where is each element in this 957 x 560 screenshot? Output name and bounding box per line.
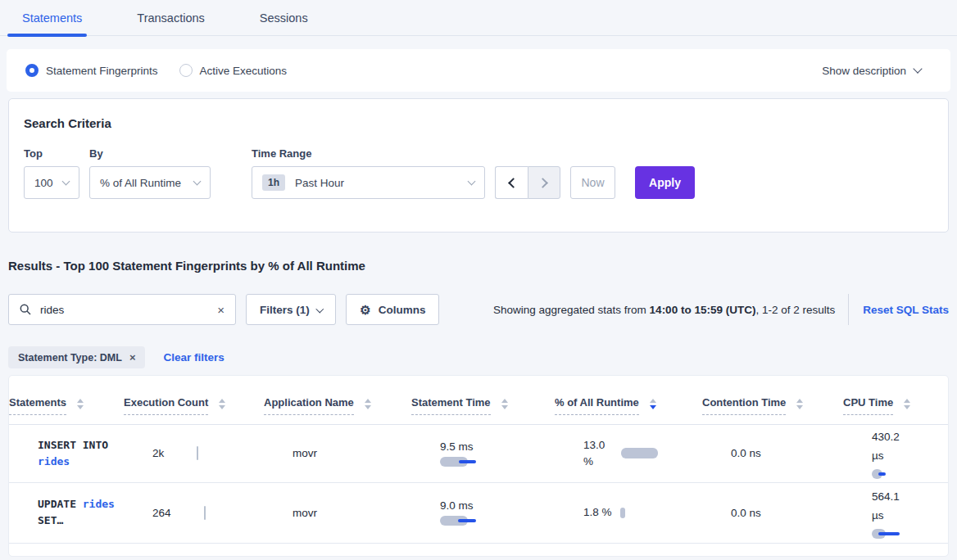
sort-icon bbox=[77, 399, 84, 409]
contention-time-cell: 0.0 ns bbox=[731, 507, 872, 519]
search-criteria-card: Search Criteria Top 100 By % of All Runt… bbox=[8, 98, 949, 233]
pct-runtime-bar bbox=[620, 508, 625, 518]
chevron-down-icon bbox=[468, 177, 476, 185]
application-name-cell: movr bbox=[293, 507, 440, 519]
statement-time-bar bbox=[440, 516, 583, 526]
radio-active-executions[interactable]: Active Executions bbox=[179, 64, 288, 77]
table-row: UPDATE rides SET… 264 movr 9.0 ms 1.8 % … bbox=[9, 483, 948, 544]
column-header-cpu-time[interactable]: CPU Time bbox=[843, 396, 948, 415]
sort-icon bbox=[501, 399, 508, 409]
by-field: By % of All Runtime bbox=[89, 147, 211, 199]
search-icon bbox=[20, 304, 31, 315]
table-header-row: Statements Execution Count Application N… bbox=[9, 376, 948, 425]
column-header-execution-count[interactable]: Execution Count bbox=[124, 396, 264, 415]
column-header-statements[interactable]: Statements bbox=[9, 396, 124, 415]
radio-selected-icon bbox=[25, 64, 39, 77]
columns-button[interactable]: ⚙ Columns bbox=[346, 294, 439, 325]
top-select[interactable]: 100 bbox=[24, 166, 79, 199]
clear-filters-link[interactable]: Clear filters bbox=[163, 351, 224, 364]
time-range-value: Past Hour bbox=[295, 177, 344, 189]
results-heading: Results - Top 100 Statement Fingerprints… bbox=[8, 259, 957, 273]
tab-statements-label: Statements bbox=[22, 11, 82, 25]
top-field: Top 100 bbox=[24, 147, 79, 199]
table-row: INSERT INTO rides 2k movr 9.5 ms 13.0 % … bbox=[9, 425, 948, 483]
column-header-contention-time[interactable]: Contention Time bbox=[702, 396, 843, 415]
statement-link[interactable]: rides bbox=[83, 498, 115, 510]
time-range-select[interactable]: 1h Past Hour bbox=[252, 166, 485, 199]
apply-button[interactable]: Apply bbox=[635, 166, 695, 199]
results-toolbar: × Filters (1) ⚙ Columns Showing aggregat… bbox=[8, 294, 949, 325]
statement-cell: UPDATE rides SET… bbox=[38, 496, 138, 529]
search-criteria-title: Search Criteria bbox=[24, 116, 933, 130]
execution-count-cell: 264 bbox=[152, 506, 293, 520]
column-header-application-name[interactable]: Application Name bbox=[264, 396, 411, 415]
cpu-time-bar bbox=[872, 469, 948, 479]
statement-time-cell: 9.5 ms bbox=[440, 440, 583, 467]
time-prev-button[interactable] bbox=[495, 166, 528, 199]
filter-pill: Statement Type: DML × bbox=[8, 346, 145, 368]
chevron-left-icon bbox=[508, 178, 519, 188]
chevron-right-icon bbox=[537, 178, 548, 188]
statement-link[interactable]: rides bbox=[38, 455, 70, 467]
show-description-toggle[interactable]: Show description bbox=[822, 65, 921, 77]
chevron-down-icon bbox=[913, 64, 922, 73]
top-select-value: 100 bbox=[34, 177, 53, 189]
radio-statement-fingerprints[interactable]: Statement Fingerprints bbox=[25, 64, 158, 77]
contention-time-cell: 0.0 ns bbox=[731, 447, 872, 459]
sort-icon bbox=[365, 399, 371, 409]
statement-time-cell: 9.0 ms bbox=[440, 499, 583, 526]
sort-icon bbox=[219, 399, 225, 409]
top-label: Top bbox=[24, 147, 79, 160]
show-description-label: Show description bbox=[822, 65, 906, 77]
search-criteria-form: Top 100 By % of All Runtime Time Range 1… bbox=[24, 147, 933, 199]
search-box: × bbox=[8, 294, 236, 325]
pct-runtime-bar bbox=[621, 448, 658, 458]
filters-button[interactable]: Filters (1) bbox=[246, 294, 336, 325]
columns-button-label: Columns bbox=[379, 304, 426, 316]
cpu-time-cell: 430.2 µs bbox=[872, 427, 948, 479]
tab-bar: Statements Transactions Sessions bbox=[0, 0, 957, 36]
time-range-badge: 1h bbox=[262, 174, 285, 191]
by-label: By bbox=[89, 147, 211, 160]
execution-count-cell: 2k bbox=[152, 446, 293, 460]
tab-transactions[interactable]: Transactions bbox=[137, 0, 204, 36]
tab-sessions-label: Sessions bbox=[260, 11, 308, 25]
pct-runtime-cell: 13.0 % bbox=[583, 437, 731, 470]
remove-filter-icon[interactable]: × bbox=[129, 352, 136, 363]
chevron-down-icon bbox=[193, 177, 202, 185]
search-input[interactable] bbox=[39, 303, 210, 317]
gear-icon: ⚙ bbox=[360, 304, 370, 316]
tab-sessions[interactable]: Sessions bbox=[260, 0, 308, 36]
sort-icon bbox=[904, 399, 910, 409]
tab-statements[interactable]: Statements bbox=[22, 0, 82, 36]
radio-unselected-icon bbox=[179, 64, 193, 77]
by-select-value: % of All Runtime bbox=[100, 177, 181, 189]
by-select[interactable]: % of All Runtime bbox=[89, 166, 211, 199]
pct-runtime-cell: 1.8 % bbox=[583, 504, 731, 521]
execution-count-bar bbox=[204, 506, 206, 520]
statement-cell: INSERT INTO rides bbox=[38, 437, 138, 470]
filter-pill-row: Statement Type: DML × Clear filters bbox=[8, 346, 949, 368]
radio-statement-fingerprints-label: Statement Fingerprints bbox=[46, 65, 158, 77]
radio-active-executions-label: Active Executions bbox=[200, 65, 288, 77]
time-next-button bbox=[528, 166, 560, 199]
time-range-label: Time Range bbox=[252, 147, 485, 160]
filters-button-label: Filters (1) bbox=[260, 304, 310, 316]
chevron-down-icon bbox=[62, 177, 70, 185]
column-header-pct-runtime[interactable]: % of All Runtime bbox=[555, 396, 702, 415]
execution-count-bar bbox=[197, 446, 198, 460]
tab-transactions-label: Transactions bbox=[137, 11, 204, 25]
sort-icon bbox=[650, 399, 656, 409]
clear-search-icon[interactable]: × bbox=[217, 304, 225, 316]
view-mode-bar: Statement Fingerprints Active Executions… bbox=[7, 49, 950, 92]
showing-stats-text: Showing aggregated stats from 14:00 to 1… bbox=[493, 304, 835, 316]
statement-time-bar bbox=[440, 457, 583, 467]
reset-sql-stats-link[interactable]: Reset SQL Stats bbox=[848, 294, 949, 325]
cpu-time-cell: 564.1 µs bbox=[872, 487, 948, 539]
cpu-time-bar bbox=[872, 529, 948, 539]
chevron-down-icon bbox=[315, 305, 323, 312]
column-header-statement-time[interactable]: Statement Time bbox=[411, 396, 555, 415]
view-mode-radio-group: Statement Fingerprints Active Executions bbox=[25, 64, 287, 77]
now-button[interactable]: Now bbox=[570, 166, 615, 199]
statements-table: Statements Execution Count Application N… bbox=[8, 375, 949, 557]
